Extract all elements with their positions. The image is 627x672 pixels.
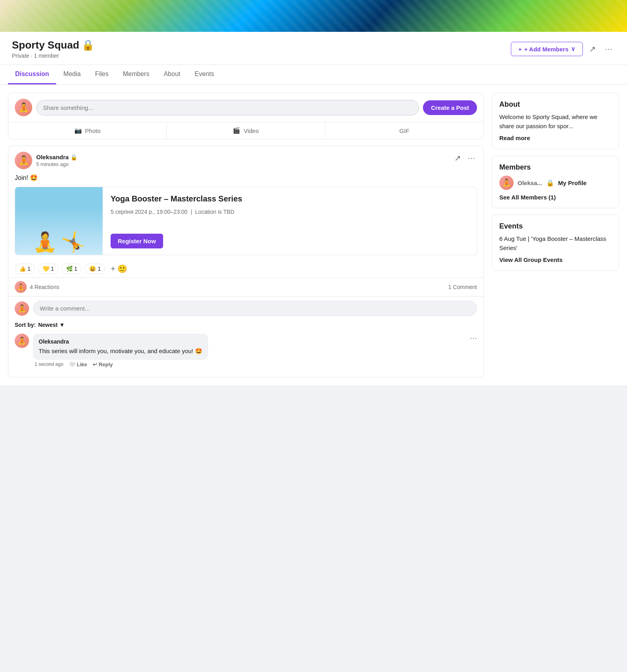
gif-action[interactable]: GIF <box>325 122 483 139</box>
camera-icon: 📷 <box>74 127 82 134</box>
post-composer: 🧘 Create a Post 📷 Photo 🎬 Video <box>8 93 484 139</box>
video-icon: 🎬 <box>233 127 240 134</box>
reactions-summary[interactable]: 🧘 4 Reactions <box>15 281 59 293</box>
group-name: Sporty Squad 🔒 <box>12 39 94 51</box>
add-reaction-button[interactable]: + 🙂 <box>108 263 130 274</box>
member-row: 🧘 Oleksa... 🔒 My Profile <box>499 176 611 190</box>
about-title: About <box>499 100 611 109</box>
yoga-figure-1: 🧘 <box>33 232 57 252</box>
plant-emoji: 🌿 <box>66 266 73 272</box>
reply-comment-button[interactable]: ↩ Reply <box>93 361 113 367</box>
tab-about[interactable]: About <box>156 65 187 84</box>
comment-text: This series will inform you, motivate yo… <box>39 347 203 356</box>
yoga-figure-2: 🤸 <box>61 232 85 252</box>
event-date: 5 серпня 2024 р., 19:00–23:00 <box>111 209 187 215</box>
create-post-label: Create a Post <box>431 104 469 111</box>
comment-bubble: Oleksandra This series will inform you, … <box>33 334 208 360</box>
user-avatar: 🧘 <box>15 99 32 116</box>
share-post-icon[interactable]: ↗ <box>453 152 463 164</box>
comment-more-icon[interactable]: ⋯ <box>470 334 477 342</box>
author-name-text: Oleksandra <box>36 154 69 160</box>
tab-members[interactable]: Members <box>116 65 157 84</box>
comment-item: 🧘 Oleksandra This series will inform you… <box>15 334 477 367</box>
reaction-heart[interactable]: 💛 1 <box>38 264 58 274</box>
my-profile-link[interactable]: My Profile <box>558 180 587 186</box>
sort-row: Sort by: Newest ▼ <box>15 322 477 328</box>
group-member-count: 1 member <box>34 53 59 59</box>
tab-files[interactable]: Files <box>88 65 116 84</box>
event-card: 🧘 🤸 Yoga Booster – Masterclass Series 5 … <box>15 187 477 255</box>
video-label: Video <box>243 127 259 134</box>
plus-icon: + <box>518 46 522 53</box>
post-author-avatar: 🧘 <box>15 152 32 169</box>
more-options-button[interactable]: ⋯ <box>602 42 615 56</box>
main-content: 🧘 Create a Post 📷 Photo 🎬 Video <box>0 85 627 385</box>
comment-input-row: 🧘 <box>15 301 477 316</box>
comment-area: 🧘 Sort by: Newest ▼ 🧘 <box>8 296 483 377</box>
sort-by-label: Sort by: <box>15 322 36 328</box>
sidebar-event-date: 6 Aug Tue | 'Yoga Booster – Masterclass … <box>499 234 611 252</box>
post-card: 🧘 Oleksandra 🔒 5 minutes ago ↗ ⋯ <box>8 146 484 377</box>
heart-count: 1 <box>51 266 54 272</box>
tab-media[interactable]: Media <box>56 65 88 84</box>
more-icon: ⋯ <box>605 45 613 53</box>
reaction-thumbsup[interactable]: 👍 1 <box>15 264 35 274</box>
comment-author-avatar: 🧘 <box>15 334 29 348</box>
post-body: Join! 🤩 🧘 🤸 Yoga Booster – Masterclass S… <box>8 173 483 260</box>
comment-input[interactable] <box>33 301 477 316</box>
cover-image <box>0 0 627 32</box>
post-header-left: 🧘 Oleksandra 🔒 5 minutes ago <box>15 152 77 169</box>
see-all-members-link[interactable]: See All Members (1) <box>499 194 611 201</box>
event-meta: 5 серпня 2024 р., 19:00–23:00 | Location… <box>111 208 469 216</box>
comment-author-name: Oleksandra <box>39 338 203 346</box>
reply-icon: ↩ <box>93 361 97 367</box>
members-title: Members <box>499 163 611 172</box>
reaction-plant[interactable]: 🌿 1 <box>62 264 82 274</box>
group-header-actions: + + Add Members ∨ ↗ ⋯ <box>511 42 615 56</box>
comment-count[interactable]: 1 Comment <box>448 284 477 290</box>
commenter-avatar: 🧘 <box>15 301 29 316</box>
group-name-text: Sporty Squad <box>12 39 79 51</box>
register-label: Register Now <box>118 238 156 244</box>
group-info: Sporty Squad 🔒 Private · 1 member <box>12 39 94 59</box>
share-icon: ↗ <box>589 45 596 53</box>
gif-label: GIF <box>399 127 409 134</box>
event-title: Yoga Booster – Masterclass Series <box>111 193 469 204</box>
share-button[interactable]: ↗ <box>587 42 598 56</box>
sidebar-column: About Welcome to Sporty Squad, where we … <box>492 93 619 271</box>
view-all-events-link[interactable]: View All Group Events <box>499 256 611 263</box>
post-author-name: Oleksandra 🔒 <box>36 154 77 160</box>
composer-actions: 📷 Photo 🎬 Video GIF <box>8 122 483 139</box>
comment-time: 1 second ago <box>35 361 63 367</box>
events-card: Events 6 Aug Tue | 'Yoga Booster – Maste… <box>492 215 619 271</box>
photo-action[interactable]: 📷 Photo <box>8 122 167 139</box>
post-header: 🧘 Oleksandra 🔒 5 minutes ago ↗ ⋯ <box>8 146 483 173</box>
like-comment-button[interactable]: 🤍 Like <box>69 361 87 367</box>
sort-dropdown[interactable]: Newest ▼ <box>38 322 65 328</box>
reply-label: Reply <box>99 361 113 367</box>
more-post-icon[interactable]: ⋯ <box>466 152 477 164</box>
video-action[interactable]: 🎬 Video <box>167 122 325 139</box>
events-title: Events <box>499 222 611 231</box>
sort-value: Newest <box>38 322 58 328</box>
photo-label: Photo <box>85 127 101 134</box>
composer-top: 🧘 Create a Post <box>8 93 483 122</box>
add-reaction-symbol: + 🙂 <box>111 264 127 273</box>
add-members-button[interactable]: + + Add Members ∨ <box>511 42 583 56</box>
add-members-label: + Add Members <box>524 46 569 53</box>
read-more-link[interactable]: Read more <box>499 135 530 141</box>
register-button[interactable]: Register Now <box>111 234 163 248</box>
about-text: Welcome to Sporty Squad, where we share … <box>499 113 611 131</box>
members-card: Members 🧘 Oleksa... 🔒 My Profile See All… <box>492 156 619 208</box>
thumbsup-count: 1 <box>27 266 31 272</box>
sort-chevron-icon: ▼ <box>59 322 65 328</box>
reactions-avatar: 🧘 <box>15 281 27 293</box>
member-avatar: 🧘 <box>499 176 514 190</box>
reaction-smile[interactable]: 😀 1 <box>85 264 105 274</box>
create-post-button[interactable]: Create a Post <box>423 100 477 115</box>
tab-discussion[interactable]: Discussion <box>8 65 56 84</box>
thumbsup-emoji: 👍 <box>19 266 26 272</box>
member-verified-icon: 🔒 <box>546 179 554 187</box>
composer-input[interactable] <box>36 100 419 115</box>
tab-events[interactable]: Events <box>187 65 221 84</box>
